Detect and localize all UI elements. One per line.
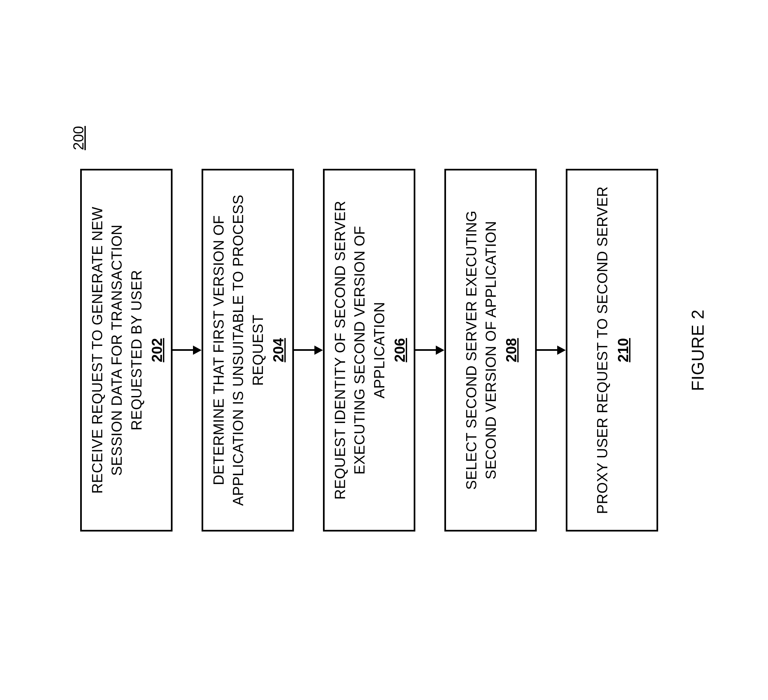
- arrow-line: [537, 349, 557, 351]
- arrow-head-icon: [436, 345, 444, 355]
- step-text: PROXY USER REQUEST TO SECOND SERVER: [592, 186, 612, 514]
- step-text: REQUEST IDENTITY OF SECOND SERVER EXECUT…: [330, 184, 389, 517]
- step-box-3: REQUEST IDENTITY OF SECOND SERVER EXECUT…: [323, 169, 415, 532]
- arrow-head-icon: [557, 345, 566, 355]
- step-ref: 206: [392, 338, 408, 362]
- arrow-head-icon: [193, 345, 202, 355]
- step-ref: 202: [149, 338, 165, 362]
- step-text: RECEIVE REQUEST TO GENERATE NEW SESSION …: [87, 184, 146, 517]
- step-text: SELECT SECOND SERVER EXECUTING SECOND VE…: [462, 184, 501, 517]
- step-box-5: PROXY USER REQUEST TO SECOND SERVER 210: [566, 169, 658, 532]
- figure-label: FIGURE 2: [688, 309, 708, 391]
- step-box-1: RECEIVE REQUEST TO GENERATE NEW SESSION …: [80, 169, 173, 532]
- arrow-line: [294, 349, 314, 351]
- flowchart: 200 RECEIVE REQUEST TO GENERATE NEW SESS…: [80, 169, 658, 532]
- step-ref: 210: [615, 338, 631, 362]
- rotated-diagram-container: 200 RECEIVE REQUEST TO GENERATE NEW SESS…: [60, 37, 708, 663]
- arrow-connector: [415, 345, 444, 355]
- step-box-2: DETERMINE THAT FIRST VERSION OF APPLICAT…: [202, 169, 294, 532]
- step-text: DETERMINE THAT FIRST VERSION OF APPLICAT…: [209, 184, 267, 517]
- arrow-line: [415, 349, 436, 351]
- diagram-reference-number: 200: [70, 126, 87, 150]
- arrow-connector: [537, 345, 566, 355]
- step-ref: 208: [503, 338, 520, 362]
- arrow-connector: [173, 345, 202, 355]
- arrow-connector: [294, 345, 323, 355]
- arrow-head-icon: [314, 345, 323, 355]
- arrow-line: [173, 349, 193, 351]
- step-ref: 204: [270, 338, 287, 362]
- step-box-4: SELECT SECOND SERVER EXECUTING SECOND VE…: [444, 169, 537, 532]
